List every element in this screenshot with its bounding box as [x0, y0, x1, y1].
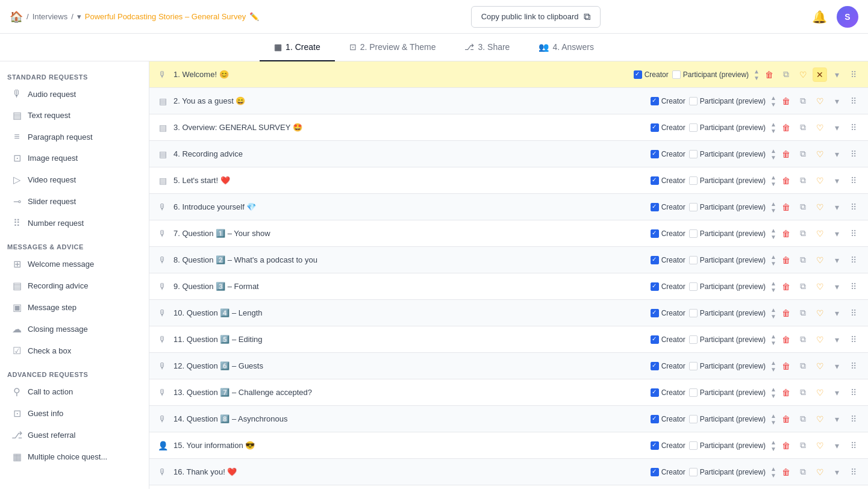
- participant-cb-box-7[interactable]: [689, 229, 698, 238]
- copy-button-10[interactable]: ⧉: [796, 306, 810, 320]
- creator-checkbox-15[interactable]: Creator: [651, 441, 685, 450]
- delete-button-16[interactable]: 🗑: [779, 465, 793, 479]
- delete-button-8[interactable]: 🗑: [779, 253, 793, 267]
- participant-checkbox-6[interactable]: Participant (preview): [689, 203, 766, 211]
- expand-button-3[interactable]: ▾: [829, 120, 844, 135]
- home-icon[interactable]: 🏠: [10, 10, 23, 23]
- copy-button-2[interactable]: ⧉: [796, 94, 810, 108]
- updown-arrows-9[interactable]: ▲▼: [770, 280, 776, 293]
- creator-checkbox-1[interactable]: Creator: [634, 70, 669, 79]
- delete-button-12[interactable]: 🗑: [779, 359, 793, 373]
- creator-checkbox-13[interactable]: Creator: [651, 388, 685, 397]
- participant-cb-box-3[interactable]: [689, 123, 698, 132]
- interviews-link[interactable]: Interviews: [33, 12, 68, 21]
- updown-arrows-8[interactable]: ▲▼: [770, 254, 776, 267]
- participant-cb-box-9[interactable]: [689, 282, 698, 291]
- participant-cb-box-12[interactable]: [689, 362, 698, 370]
- expand-button-13[interactable]: ▾: [829, 385, 844, 400]
- expand-button-6[interactable]: ▾: [829, 200, 844, 214]
- participant-cb-box-5[interactable]: [689, 176, 698, 185]
- participant-checkbox-3[interactable]: Participant (preview): [689, 123, 766, 132]
- sidebar-item-image[interactable]: ⊡Image request: [4, 148, 145, 169]
- delete-button-13[interactable]: 🗑: [779, 385, 793, 400]
- creator-checkbox-9[interactable]: Creator: [651, 282, 685, 291]
- favorite-button-1[interactable]: ♡: [796, 67, 810, 82]
- sidebar-item-slider[interactable]: ⊸Slider request: [4, 191, 145, 212]
- tab-answers[interactable]: 👥 4. Answers: [524, 34, 608, 61]
- drag-handle-11[interactable]: ⠿: [846, 332, 861, 347]
- favorite-button-14[interactable]: ♡: [813, 412, 827, 426]
- copy-button-12[interactable]: ⧉: [796, 359, 810, 373]
- favorite-button-13[interactable]: ♡: [813, 385, 827, 400]
- avatar[interactable]: S: [837, 6, 858, 28]
- participant-checkbox-9[interactable]: Participant (preview): [689, 282, 766, 291]
- participant-checkbox-12[interactable]: Participant (preview): [689, 362, 766, 370]
- creator-cb-box-16[interactable]: [651, 468, 659, 476]
- delete-button-3[interactable]: 🗑: [779, 120, 793, 135]
- drag-handle-2[interactable]: ⠿: [846, 94, 861, 108]
- favorite-button-11[interactable]: ♡: [813, 332, 827, 347]
- updown-arrows-4[interactable]: ▲▼: [770, 148, 776, 161]
- creator-checkbox-6[interactable]: Creator: [651, 203, 685, 211]
- participant-checkbox-11[interactable]: Participant (preview): [689, 335, 766, 344]
- participant-checkbox-2[interactable]: Participant (preview): [689, 97, 766, 105]
- copy-public-link-button[interactable]: Copy public link to clipboard ⧉: [471, 6, 601, 28]
- participant-checkbox-8[interactable]: Participant (preview): [689, 256, 766, 264]
- creator-cb-box-7[interactable]: [651, 229, 659, 238]
- favorite-button-4[interactable]: ♡: [813, 147, 827, 161]
- participant-cb-box-2[interactable]: [689, 97, 698, 105]
- tab-create[interactable]: ▦ 1. Create: [260, 34, 335, 61]
- creator-cb-box-4[interactable]: [651, 150, 659, 158]
- creator-cb-box-15[interactable]: [651, 441, 659, 450]
- sidebar-item-guestreferral[interactable]: ⎇Guest referral: [4, 425, 145, 446]
- drag-handle-3[interactable]: ⠿: [846, 120, 861, 135]
- participant-cb-box-15[interactable]: [689, 441, 698, 450]
- expand-button-7[interactable]: ▾: [829, 226, 844, 241]
- creator-checkbox-3[interactable]: Creator: [651, 123, 685, 132]
- breadcrumb-dropdown-icon[interactable]: ▾: [77, 12, 81, 21]
- participant-cb-box-8[interactable]: [689, 256, 698, 264]
- delete-button-1[interactable]: 🗑: [762, 67, 776, 82]
- copy-button-13[interactable]: ⧉: [796, 385, 810, 400]
- copy-button-15[interactable]: ⧉: [796, 438, 810, 453]
- sidebar-item-recording[interactable]: ▤Recording advice: [4, 275, 145, 296]
- updown-arrows-12[interactable]: ▲▼: [770, 360, 776, 373]
- drag-handle-10[interactable]: ⠿: [846, 306, 861, 320]
- tab-share[interactable]: ⎇ 3. Share: [450, 34, 524, 61]
- sidebar-item-video[interactable]: ▷Video request: [4, 169, 145, 190]
- updown-arrows-7[interactable]: ▲▼: [770, 227, 776, 240]
- sidebar-item-paragraph[interactable]: ≡Paragraph request: [4, 126, 145, 147]
- sidebar-item-number[interactable]: ⠿Number request: [4, 213, 145, 234]
- delete-button-9[interactable]: 🗑: [779, 279, 793, 294]
- creator-cb-box-11[interactable]: [651, 335, 659, 344]
- expand-button-8[interactable]: ▾: [829, 253, 844, 267]
- expand-button-15[interactable]: ▾: [829, 438, 844, 453]
- participant-checkbox-1[interactable]: Participant (preview): [672, 70, 749, 79]
- delete-button-6[interactable]: 🗑: [779, 200, 793, 214]
- drag-handle-6[interactable]: ⠿: [846, 200, 861, 214]
- favorite-button-15[interactable]: ♡: [813, 438, 827, 453]
- creator-cb-box-5[interactable]: [651, 176, 659, 185]
- creator-checkbox-10[interactable]: Creator: [651, 309, 685, 317]
- participant-cb-box-14[interactable]: [689, 415, 698, 423]
- sidebar-item-audio[interactable]: 🎙Audio request: [4, 84, 145, 104]
- copy-button-3[interactable]: ⧉: [796, 120, 810, 135]
- expand-button-1[interactable]: ▾: [829, 67, 844, 82]
- expand-button-16[interactable]: ▾: [829, 465, 844, 479]
- expand-button-9[interactable]: ▾: [829, 279, 844, 294]
- favorite-button-2[interactable]: ♡: [813, 94, 827, 108]
- participant-checkbox-13[interactable]: Participant (preview): [689, 388, 766, 397]
- updown-arrows-10[interactable]: ▲▼: [770, 307, 776, 320]
- creator-cb-box-1[interactable]: [634, 70, 642, 79]
- creator-checkbox-4[interactable]: Creator: [651, 150, 685, 158]
- copy-button-14[interactable]: ⧉: [796, 412, 810, 426]
- copy-button-16[interactable]: ⧉: [796, 465, 810, 479]
- copy-button-6[interactable]: ⧉: [796, 200, 810, 214]
- expand-button-10[interactable]: ▾: [829, 306, 844, 320]
- participant-cb-box-4[interactable]: [689, 150, 698, 158]
- drag-handle-13[interactable]: ⠿: [846, 385, 861, 400]
- creator-checkbox-16[interactable]: Creator: [651, 468, 685, 476]
- creator-cb-box-9[interactable]: [651, 282, 659, 291]
- participant-checkbox-10[interactable]: Participant (preview): [689, 309, 766, 317]
- expand-button-2[interactable]: ▾: [829, 94, 844, 108]
